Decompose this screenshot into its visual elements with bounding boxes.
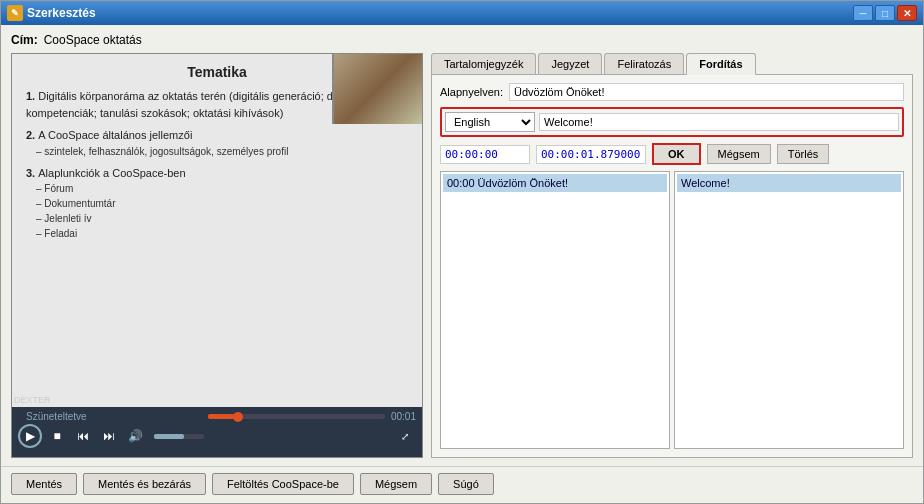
subtitles-original-col[interactable]: 00:00 Üdvözlöm Önöket! <box>440 171 670 449</box>
prev-button[interactable]: ⏮ <box>72 425 94 447</box>
bottom-bar: Mentés Mentés és bezárás Feltöltés CooSp… <box>1 466 923 503</box>
lang-trans-row: English German French Spanish <box>440 107 904 137</box>
progress-fill <box>208 414 234 419</box>
titlebar: ✎ Szerkesztés ─ □ ✕ <box>1 1 923 25</box>
subtitle-translated-text: Welcome! <box>681 177 730 189</box>
megsem-button[interactable]: Mégsem <box>707 144 771 164</box>
slide-item-3: 3. Alaplunkciók a CooSpace-ben – Fórum –… <box>26 165 408 242</box>
slide-item-3-sub1: – Fórum <box>36 181 408 196</box>
slide-item-3-sub3: – Jelenleti ív <box>36 211 408 226</box>
slide-item-3-sub4: – Feladai <box>36 226 408 241</box>
cim-label: Cím: <box>11 33 38 47</box>
maximize-button[interactable]: □ <box>875 5 895 21</box>
slide-item-1-number: 1. <box>26 90 38 102</box>
subtitle-translated-item[interactable]: Welcome! <box>677 174 901 192</box>
time-display: 00:01 <box>391 411 416 422</box>
sugo-button[interactable]: Súgó <box>438 473 494 495</box>
fullscreen-button[interactable]: ⤢ <box>394 425 416 447</box>
body-split: Tematika 1. Digitális körpanoráma az okt… <box>11 53 913 458</box>
slide-item-2-number: 2. <box>26 129 38 141</box>
tab-tartalomjegyzek[interactable]: Tartalomjegyzék <box>431 53 536 74</box>
stop-button[interactable]: ■ <box>46 425 68 447</box>
source-label: Alapnyelven: <box>440 86 503 98</box>
time-end-input[interactable] <box>536 145 646 164</box>
volume-fill <box>154 434 184 439</box>
left-panel: Tematika 1. Digitális körpanoráma az okt… <box>11 53 423 458</box>
mentes-button[interactable]: Mentés <box>11 473 77 495</box>
bottom-megsem-button[interactable]: Mégsem <box>360 473 432 495</box>
slide-item-3-number: 3. <box>26 167 38 179</box>
slide-content: Tematika 1. Digitális körpanoráma az okt… <box>12 54 422 407</box>
slide-item-2-sub: – szintelek, felhasználók, jogosultságok… <box>36 144 408 159</box>
slide-item-2: 2. A CooSpace általános jellemzői – szin… <box>26 127 408 159</box>
subtitles-translated-col[interactable]: Welcome! <box>674 171 904 449</box>
translation-input[interactable] <box>539 113 899 131</box>
subtitle-original-text: Üdvözlöm Önöket! <box>478 177 568 189</box>
play-button[interactable]: ▶ <box>18 424 42 448</box>
close-button[interactable]: ✕ <box>897 5 917 21</box>
title-row: Cím: CooSpace oktatás <box>11 33 913 47</box>
tabs-row: Tartalomjegyzék Jegyzet Feliratozás Ford… <box>431 53 913 75</box>
subtitles-area: 00:00 Üdvözlöm Önöket! Welcome! <box>440 171 904 449</box>
window-controls: ─ □ ✕ <box>853 5 917 21</box>
next-button[interactable]: ⏭ <box>98 425 120 447</box>
time-row: OK Mégsem Törlés <box>440 143 904 165</box>
window-title: Szerkesztés <box>27 6 853 20</box>
minimize-button[interactable]: ─ <box>853 5 873 21</box>
watermark: DEXTER <box>14 395 51 405</box>
mentes-bezaras-button[interactable]: Mentés és bezárás <box>83 473 206 495</box>
feltoltes-button[interactable]: Feltöltés CooSpace-be <box>212 473 354 495</box>
progress-track[interactable] <box>208 414 384 419</box>
video-controls-bar: Szüneteltetve 00:01 ▶ ■ ⏮ ⏭ <box>12 407 422 457</box>
torles-button[interactable]: Törlés <box>777 144 830 164</box>
cim-value: CooSpace oktatás <box>44 33 142 47</box>
person-image <box>332 54 422 124</box>
slide-item-3-text: Alaplunkciók a CooSpace-ben <box>38 167 185 179</box>
main-content: Cím: CooSpace oktatás Tematika 1. Digitá… <box>1 25 923 466</box>
forditas-content: Alapnyelven: English German French Spani… <box>431 75 913 458</box>
volume-track[interactable] <box>154 434 204 439</box>
tab-jegyzet[interactable]: Jegyzet <box>538 53 602 74</box>
progress-row: Szüneteltetve 00:01 <box>18 411 416 422</box>
tab-forditas[interactable]: Fordítás <box>686 53 755 75</box>
controls-row: ▶ ■ ⏮ ⏭ 🔊 ⤢ <box>18 424 416 448</box>
ok-button[interactable]: OK <box>652 143 701 165</box>
source-row: Alapnyelven: <box>440 83 904 101</box>
volume-button[interactable]: 🔊 <box>124 425 146 447</box>
video-container: Tematika 1. Digitális körpanoráma az okt… <box>11 53 423 458</box>
slide-item-1-text: Digitális körpanoráma az oktatás terén (… <box>26 90 364 119</box>
paused-label: Szüneteltetve <box>18 411 202 422</box>
time-start-input[interactable] <box>440 145 530 164</box>
subtitle-original-time: 00:00 <box>447 177 478 189</box>
slide-item-2-text: A CooSpace általános jellemzői <box>38 129 192 141</box>
progress-thumb <box>233 412 243 422</box>
language-select[interactable]: English German French Spanish <box>445 112 535 132</box>
right-panel: Tartalomjegyzék Jegyzet Feliratozás Ford… <box>431 53 913 458</box>
tab-feliratozas[interactable]: Feliratozás <box>604 53 684 74</box>
app-icon: ✎ <box>7 5 23 21</box>
slide-item-3-sub2: – Dokumentumtár <box>36 196 408 211</box>
main-window: ✎ Szerkesztés ─ □ ✕ Cím: CooSpace oktatá… <box>0 0 924 504</box>
source-text-input[interactable] <box>509 83 904 101</box>
subtitle-original-item[interactable]: 00:00 Üdvözlöm Önöket! <box>443 174 667 192</box>
